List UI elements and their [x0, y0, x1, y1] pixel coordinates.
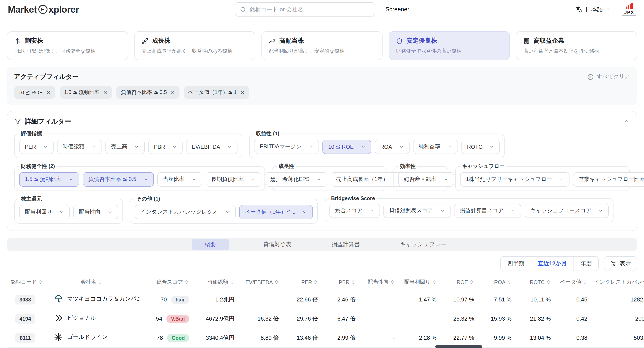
filter-dropdown[interactable]: 営業キャッシュフロー比率: [573, 172, 644, 187]
remove-filter-icon[interactable]: [170, 90, 175, 95]
period-option-直近12か月[interactable]: 直近12か月: [531, 257, 574, 271]
column-label: 配当性向: [368, 278, 389, 286]
filter-dropdown-label: 希薄化EPS: [282, 176, 310, 183]
search-input[interactable]: [250, 6, 370, 13]
period-option-四半期[interactable]: 四半期: [501, 257, 531, 271]
score-badge: Fair: [171, 296, 189, 303]
column-header-pbr[interactable]: PBR: [322, 275, 359, 290]
filter-chip[interactable]: 10 ≦ ROE: [14, 86, 55, 99]
filter-dropdown[interactable]: 時価総額: [57, 140, 102, 154]
app-logo[interactable]: Market E xplorer: [8, 4, 79, 14]
preset-card-高収益企業[interactable]: 高収益企業高い利益率と資本効率を持つ銘柄: [516, 31, 637, 60]
filter-dropdown[interactable]: EBITDAマージン: [254, 140, 319, 154]
column-header-yield[interactable]: 配当利回り: [398, 275, 440, 290]
results-table: 銘柄コード会社名総合スコア時価総額EV/EBITDAPERPBR配当性向配当利回…: [7, 275, 644, 348]
column-header-code[interactable]: 銘柄コード: [7, 275, 44, 290]
filter-dropdown-label: PBR: [154, 144, 165, 150]
period-option-年度[interactable]: 年度: [574, 257, 598, 271]
column-header-per[interactable]: PER: [282, 275, 322, 290]
filter-chip[interactable]: ベータ値（1年）≦ 1: [184, 86, 250, 99]
column-header-roa[interactable]: ROA: [478, 275, 515, 290]
column-header-roe[interactable]: ROE: [440, 275, 478, 290]
preset-card-高配当株[interactable]: 高配当株配当利回りが高く、安定的な銘柄: [262, 31, 382, 60]
filter-dropdown[interactable]: PER: [19, 140, 54, 154]
filter-dropdown[interactable]: 長期負債比率: [206, 172, 261, 187]
column-header-market_cap[interactable]: 時価総額: [192, 275, 238, 290]
stock-code-badge[interactable]: 4194: [15, 314, 35, 324]
filter-dropdown[interactable]: PBR: [148, 140, 182, 154]
tab-概要[interactable]: 概要: [192, 239, 229, 250]
sort-icon: [432, 280, 436, 285]
preset-card-割安株[interactable]: 割安株PER・PBRが低く、財務健全な銘柄: [7, 31, 128, 60]
nav-screener[interactable]: Screener: [386, 6, 409, 13]
tab-損益計算書[interactable]: 損益計算書: [326, 239, 366, 250]
filter-dropdown-label: ROTC: [467, 144, 482, 150]
preset-card-desc: 売上高成長率が高く、収益性のある銘柄: [142, 48, 248, 54]
filter-dropdown[interactable]: 当座比率: [157, 172, 202, 187]
preset-card-安定優良株[interactable]: 安定優良株財務健全で収益性の高い銘柄: [389, 31, 510, 60]
column-header-name[interactable]: 会社名: [44, 275, 140, 290]
chevron-down-icon: [316, 177, 321, 182]
tab-貸借対照表[interactable]: 貸借対照表: [257, 239, 298, 250]
filter-dropdown[interactable]: 損益計算書スコア: [454, 203, 521, 218]
column-header-beta[interactable]: ベータ値: [554, 275, 591, 290]
cell-per: 29.76 倍: [282, 309, 322, 328]
display-settings-button[interactable]: 表示: [604, 256, 637, 271]
stock-code-badge[interactable]: 3088: [15, 295, 35, 304]
remove-filter-icon[interactable]: [103, 90, 108, 95]
filter-dropdown[interactable]: 1.5 ≦ 流動比率: [19, 172, 79, 187]
remove-filter-icon[interactable]: [240, 90, 245, 95]
filter-dropdown[interactable]: 総資産回転率: [398, 172, 454, 187]
clear-all-button[interactable]: すべてクリア: [587, 73, 630, 80]
search-box[interactable]: [235, 2, 375, 16]
table-row[interactable]: 4194ビジョナル54V.Bad4672.9億円16.32 倍29.76 倍6.…: [7, 309, 644, 328]
filter-dropdown-label: EBITDAマージン: [260, 143, 302, 151]
filter-chip-label: 10 ≦ ROE: [18, 89, 43, 95]
filter-dropdown[interactable]: 総合スコア: [330, 203, 380, 218]
filter-dropdown[interactable]: 10 ≦ ROE: [322, 140, 371, 154]
score-badge: V.Bad: [167, 315, 189, 323]
column-header-icr[interactable]: インタレストカバレッジレシオ: [591, 275, 644, 290]
filter-dropdown-label: ベータ値（1年）≦ 1: [245, 208, 296, 216]
table-header-row: 銘柄コード会社名総合スコア時価総額EV/EBITDAPERPBR配当性向配当利回…: [7, 275, 644, 290]
active-filters-section: アクティブフィルター すべてクリア 10 ≦ ROE1.5 ≦ 流動比率負債資本…: [7, 67, 637, 105]
filter-dropdown[interactable]: 希薄化EPS: [277, 172, 327, 187]
cell-per: 22.66 倍: [282, 290, 322, 309]
filter-dropdown-label: 総資産回転率: [404, 176, 436, 183]
remove-filter-icon[interactable]: [46, 90, 51, 95]
filter-dropdown[interactable]: 貸借対照表スコア: [384, 203, 450, 218]
column-header-rotc[interactable]: ROTC: [515, 275, 554, 290]
filter-dropdown[interactable]: ROA: [374, 140, 409, 154]
preset-card-成長株[interactable]: 成長株売上高成長率が高く、収益性のある銘柄: [134, 31, 255, 60]
filter-dropdown[interactable]: 純利益率: [413, 140, 458, 154]
filter-dropdown-label: 配当利回り: [25, 208, 52, 216]
filter-chip[interactable]: 1.5 ≦ 流動比率: [60, 86, 112, 99]
filter-dropdown[interactable]: ROTC: [462, 140, 500, 154]
table-row[interactable]: 8111ゴールドウイン78Good3340.4億円8.89 倍13.46 倍2.…: [7, 328, 644, 347]
filter-dropdown[interactable]: EV/EBITDA: [186, 140, 238, 154]
filter-dropdown[interactable]: 配当性向: [73, 205, 118, 219]
filter-chip-label: 負債資本比率 ≦ 0.5: [121, 89, 167, 96]
filter-dropdown-label: 長期負債比率: [211, 176, 244, 183]
stock-code-badge[interactable]: 8111: [16, 333, 35, 343]
column-header-score[interactable]: 総合スコア: [140, 275, 192, 290]
column-header-payout[interactable]: 配当性向: [359, 275, 398, 290]
column-header-ev_ebitda[interactable]: EV/EBITDA: [238, 275, 282, 290]
tab-キャッシュフロー[interactable]: キャッシュフロー: [394, 239, 452, 250]
horizontal-scrollbar-thumb[interactable]: [435, 346, 482, 348]
filter-dropdown[interactable]: 負債資本比率 ≦ 0.5: [83, 172, 154, 187]
filter-dropdown[interactable]: 配当利回り: [19, 205, 70, 219]
filter-dropdown-label: 貸借対照表スコア: [389, 207, 433, 214]
filter-chip[interactable]: 負債資本比率 ≦ 0.5: [116, 86, 180, 99]
cell-payout: -: [359, 290, 398, 309]
cell-yield: -: [398, 309, 440, 328]
table-row[interactable]: 3088マツキヨココカラ＆カンパニー70Fair1.2兆円-22.66 倍2.4…: [7, 290, 644, 309]
table-body: 3088マツキヨココカラ＆カンパニー70Fair1.2兆円-22.66 倍2.4…: [7, 290, 644, 348]
filter-dropdown[interactable]: 1株当たりフリーキャッシュフロー: [460, 172, 570, 187]
language-selector[interactable]: 日本語: [576, 5, 611, 13]
filter-dropdown[interactable]: ベータ値（1年）≦ 1: [239, 205, 313, 219]
collapse-panel-button[interactable]: [624, 118, 630, 126]
filter-dropdown[interactable]: キャッシュフロースコア: [524, 203, 609, 218]
filter-dropdown[interactable]: 売上高: [105, 140, 145, 154]
filter-dropdown[interactable]: インタレストカバレッジレシオ: [135, 205, 236, 219]
